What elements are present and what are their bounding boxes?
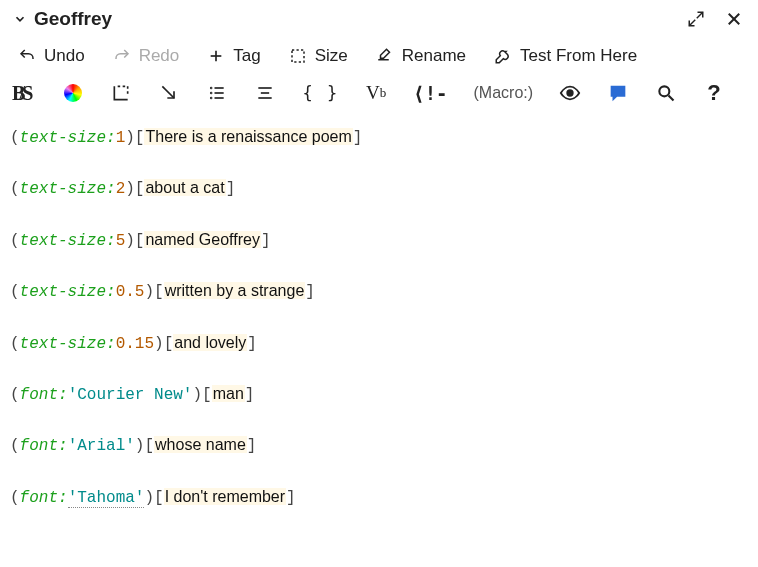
macro-name: text-size:	[20, 283, 116, 301]
macro-name: text-size:	[20, 335, 116, 353]
size-button[interactable]: Size	[289, 46, 348, 66]
svg-point-10	[211, 98, 212, 99]
code-line[interactable]: (text-size:1)[There is a renaissance poe…	[10, 126, 748, 149]
paren-close: )	[125, 180, 135, 198]
svg-point-15	[659, 86, 669, 96]
hook-text: and lovely	[173, 334, 247, 351]
close-icon[interactable]	[724, 9, 744, 29]
redo-icon	[113, 47, 131, 65]
paren-close: )	[154, 335, 164, 353]
macro-arg: 'Tahoma'	[68, 489, 145, 508]
color-button[interactable]	[62, 82, 84, 104]
tag-button[interactable]: Tag	[207, 46, 260, 66]
bracket-close: ]	[305, 283, 315, 301]
bracket-close: ]	[245, 386, 255, 404]
bracket-close: ]	[226, 180, 236, 198]
bracket-close: ]	[261, 232, 271, 250]
macro-name: text-size:	[20, 180, 116, 198]
macro-arg: 0.15	[116, 335, 154, 353]
chat-button[interactable]	[607, 82, 629, 104]
hook-text: man	[212, 385, 245, 402]
rename-label: Rename	[402, 46, 466, 66]
rainbow-icon	[64, 84, 82, 102]
paren-open: (	[10, 283, 20, 301]
plus-icon	[207, 47, 225, 65]
expand-icon[interactable]	[686, 9, 706, 29]
paren-open: (	[10, 335, 20, 353]
bracket-open: [	[202, 386, 212, 404]
search-button[interactable]	[655, 82, 677, 104]
macro-arg: 1	[116, 129, 126, 147]
bracket-close: ]	[247, 335, 257, 353]
hook-text: named Geoffrey	[144, 231, 260, 248]
macro-name: text-size:	[20, 129, 116, 147]
passage-title: Geoffrey	[34, 8, 686, 30]
test-label: Test From Here	[520, 46, 637, 66]
test-button[interactable]: Test From Here	[494, 46, 637, 66]
paren-open: (	[10, 386, 20, 404]
redo-button: Redo	[113, 46, 180, 66]
code-line[interactable]: (text-size:0.15)[and lovely]	[10, 332, 748, 355]
hook-text: written by a strange	[164, 282, 306, 299]
paren-close: )	[135, 437, 145, 455]
bracket-close: ]	[286, 489, 296, 507]
macro-button[interactable]: (Macro:)	[474, 82, 534, 104]
list-button[interactable]	[206, 82, 228, 104]
bracket-open: [	[164, 335, 174, 353]
rename-icon	[376, 47, 394, 65]
svg-point-8	[211, 88, 212, 89]
bracket-open: [	[154, 283, 164, 301]
paren-open: (	[10, 180, 20, 198]
svg-point-9	[211, 93, 212, 94]
align-button[interactable]	[254, 82, 276, 104]
comment-button[interactable]: ⟨!-	[413, 82, 447, 104]
bracket-open: [	[135, 180, 145, 198]
macro-name: font:	[20, 489, 68, 507]
paren-open: (	[10, 129, 20, 147]
bracket-close: ]	[247, 437, 257, 455]
paren-close: )	[192, 386, 202, 404]
macro-name: font:	[20, 386, 68, 404]
code-line[interactable]: (text-size:5)[named Geoffrey]	[10, 229, 748, 252]
eye-button[interactable]	[559, 82, 581, 104]
paren-close: )	[125, 129, 135, 147]
code-line[interactable]: (font:'Courier New')[man]	[10, 383, 748, 406]
wrench-icon	[494, 47, 512, 65]
collapse-toggle[interactable]	[12, 11, 28, 27]
macro-arg: 'Courier New'	[68, 386, 193, 404]
undo-icon	[18, 47, 36, 65]
hook-text: whose name	[154, 436, 247, 453]
code-editor[interactable]: (text-size:1)[There is a renaissance poe…	[0, 118, 758, 509]
code-line[interactable]: (text-size:2)[about a cat]	[10, 177, 748, 200]
macro-arg: 'Arial'	[68, 437, 135, 455]
svg-rect-4	[292, 50, 304, 62]
paren-open: (	[10, 489, 20, 507]
macro-arg: 5	[116, 232, 126, 250]
redo-label: Redo	[139, 46, 180, 66]
bracket-open: [	[144, 437, 154, 455]
macro-name: text-size:	[20, 232, 116, 250]
bracket-close: ]	[353, 129, 363, 147]
rename-button[interactable]: Rename	[376, 46, 466, 66]
hook-text: about a cat	[144, 179, 225, 196]
variable-button[interactable]: Vb	[365, 82, 387, 104]
code-line[interactable]: (font:'Arial')[whose name]	[10, 434, 748, 457]
undo-label: Undo	[44, 46, 85, 66]
code-line[interactable]: (text-size:0.5)[written by a strange]	[10, 280, 748, 303]
code-line[interactable]: (font:'Tahoma')[I don't remember]	[10, 486, 748, 509]
bracket-open: [	[135, 129, 145, 147]
paren-close: )	[125, 232, 135, 250]
border-button[interactable]	[110, 82, 132, 104]
rotate-button[interactable]	[158, 82, 180, 104]
help-button[interactable]: ?	[703, 82, 725, 104]
undo-button[interactable]: Undo	[18, 46, 85, 66]
braces-button[interactable]: { }	[302, 82, 339, 104]
hook-text: I don't remember	[164, 488, 286, 505]
paren-close: )	[144, 489, 154, 507]
size-label: Size	[315, 46, 348, 66]
bold-strike-button[interactable]: B/S	[12, 82, 36, 104]
bracket-open: [	[135, 232, 145, 250]
svg-point-14	[567, 90, 573, 96]
paren-open: (	[10, 437, 20, 455]
macro-arg: 0.5	[116, 283, 145, 301]
